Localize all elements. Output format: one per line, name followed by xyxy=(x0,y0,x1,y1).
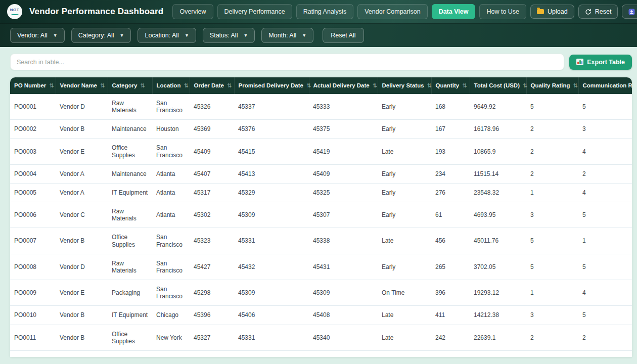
column-header-promised-delivery-date[interactable]: Promised Delivery Date⇅ xyxy=(234,77,309,94)
cell-location: Chicago xyxy=(152,306,190,325)
cell-order-date: 45427 xyxy=(190,254,234,280)
cell-total-cost: 23548.32 xyxy=(470,183,526,202)
cell-status: Late xyxy=(378,325,431,350)
column-header-quality-rating[interactable]: Quality Rating⇅ xyxy=(526,77,578,94)
cell-actual-date: 45338 xyxy=(309,228,378,254)
cell-actual-date: 45419 xyxy=(309,139,378,164)
cell-location: San Francisco xyxy=(152,280,190,306)
column-header-category[interactable]: Category⇅ xyxy=(108,77,152,94)
cell-quantity: 456 xyxy=(431,228,470,254)
sort-icon: ⇅ xyxy=(184,82,188,88)
cell-promised-date: 45413 xyxy=(234,164,309,183)
column-label: Total Cost (USD) xyxy=(474,82,520,88)
cell-communication: 4 xyxy=(578,183,632,202)
cell-quantity: 234 xyxy=(431,164,470,183)
column-label: PO Number xyxy=(14,82,46,88)
export-table-button[interactable]: Export Table xyxy=(569,55,632,70)
cell-communication: 4 xyxy=(578,139,632,164)
column-label: Vendor Name xyxy=(60,82,98,88)
tab-delivery-performance[interactable]: Delivery Performance xyxy=(217,4,292,19)
cell-category: Raw Materials xyxy=(108,254,152,280)
column-header-vendor-name[interactable]: Vendor Name⇅ xyxy=(56,77,108,94)
cell-vendor: Vendor A xyxy=(56,183,108,202)
upload-label: Upload xyxy=(548,8,568,15)
nav-tabs: OverviewDelivery PerformanceRating Analy… xyxy=(172,4,526,19)
cell-actual-date: 45307 xyxy=(309,202,378,228)
tab-data-view[interactable]: Data View xyxy=(432,4,476,19)
cell-order-date: 45317 xyxy=(190,183,234,202)
column-header-order-date[interactable]: Order Date⇅ xyxy=(190,77,234,94)
column-header-po-number[interactable]: PO Number⇅ xyxy=(10,77,56,94)
tab-overview[interactable]: Overview xyxy=(172,4,213,19)
column-label: Order Date xyxy=(194,82,224,88)
chevron-down-icon: ▼ xyxy=(120,33,124,38)
table-row: PO0006Vendor CRaw MaterialsAtlanta453024… xyxy=(10,202,632,228)
page-title: Vendor Performance Dashboard xyxy=(29,7,163,17)
cell-status: Early xyxy=(378,183,431,202)
cell-promised-date: 45337 xyxy=(234,94,309,120)
cell-order-date: 45298 xyxy=(190,280,234,306)
sort-icon: ⇅ xyxy=(100,82,105,88)
cell-total-cost: 11515.14 xyxy=(470,164,526,183)
upload-button[interactable]: Upload xyxy=(530,5,574,19)
column-header-quantity[interactable]: Quantity⇅ xyxy=(431,77,470,94)
cell-communication: 5 xyxy=(578,94,632,120)
sort-icon: ⇅ xyxy=(49,82,54,88)
cell-status: Early xyxy=(378,164,431,183)
table-row: PO0011Vendor BOffice SuppliesNew York453… xyxy=(10,325,632,350)
filter-dropdown-category[interactable]: Category: All▼ xyxy=(71,28,131,43)
cell-quantity: 396 xyxy=(431,280,470,306)
search-input[interactable] xyxy=(10,54,564,70)
chevron-down-icon: ▼ xyxy=(243,33,248,38)
column-header-location[interactable]: Location⇅ xyxy=(152,77,190,94)
cell-order-date: 45369 xyxy=(190,120,234,139)
cell-communication: 2 xyxy=(578,325,632,350)
cell-vendor: Vendor B xyxy=(56,325,108,350)
column-header-communication-rating[interactable]: Communication Rating⇅ xyxy=(578,77,632,94)
sort-icon: ⇅ xyxy=(427,82,432,88)
cell-communication: 5 xyxy=(578,306,632,325)
table-toolbar: Export Table xyxy=(10,54,632,70)
cell-po: PO0001 xyxy=(10,94,56,120)
export-icon xyxy=(628,9,635,15)
tab-how-to-use[interactable]: How to Use xyxy=(479,4,526,19)
filter-dropdown-month[interactable]: Month: All▼ xyxy=(261,28,313,43)
cell-po: PO0011 xyxy=(10,325,56,350)
cell-actual-date: 45431 xyxy=(309,254,378,280)
filter-label: Month: All xyxy=(268,32,296,39)
cell-quantity: 167 xyxy=(431,120,470,139)
cell-promised-date: 45406 xyxy=(234,306,309,325)
tab-vendor-comparison[interactable]: Vendor Comparison xyxy=(357,4,427,19)
table-row: PO0007Vendor BOffice SuppliesSan Francis… xyxy=(10,228,632,254)
sort-icon: ⇅ xyxy=(523,82,527,88)
sort-icon: ⇅ xyxy=(306,82,311,88)
cell-po: PO0005 xyxy=(10,183,56,202)
cell-order-date: 45409 xyxy=(190,139,234,164)
cell-quantity: 276 xyxy=(431,183,470,202)
export-button[interactable]: Export xyxy=(622,5,637,19)
filter-dropdown-status[interactable]: Status: All▼ xyxy=(203,28,255,43)
cell-order-date: 45323 xyxy=(190,228,234,254)
cell-quality: 2 xyxy=(526,325,578,350)
reset-all-button[interactable]: Reset All xyxy=(323,28,363,43)
cell-communication: 3 xyxy=(578,120,632,139)
cell-quantity: 265 xyxy=(431,254,470,280)
sort-icon: ⇅ xyxy=(573,82,577,88)
filter-dropdown-vendor[interactable]: Vendor: All▼ xyxy=(10,28,65,43)
column-header-total-cost-usd[interactable]: Total Cost (USD)⇅ xyxy=(470,77,526,94)
cell-category: IT Equipment xyxy=(108,183,152,202)
column-label: Delivery Status xyxy=(382,82,424,88)
column-label: Actual Delivery Date xyxy=(313,82,370,88)
column-header-delivery-status[interactable]: Delivery Status⇅ xyxy=(378,77,431,94)
reset-button[interactable]: Reset xyxy=(578,5,618,19)
cell-category: Packaging xyxy=(108,280,152,306)
chevron-down-icon: ▼ xyxy=(53,33,58,38)
cell-quality: 5 xyxy=(526,94,578,120)
filter-dropdown-location[interactable]: Location: All▼ xyxy=(138,28,196,43)
cell-total-cost: 4693.95 xyxy=(470,202,526,228)
tab-rating-analysis[interactable]: Rating Analysis xyxy=(296,4,353,19)
cell-status: Late xyxy=(378,306,431,325)
column-header-actual-delivery-date[interactable]: Actual Delivery Date⇅ xyxy=(309,77,378,94)
cell-vendor: Vendor D xyxy=(56,94,108,120)
cell-status: On Time xyxy=(378,280,431,306)
